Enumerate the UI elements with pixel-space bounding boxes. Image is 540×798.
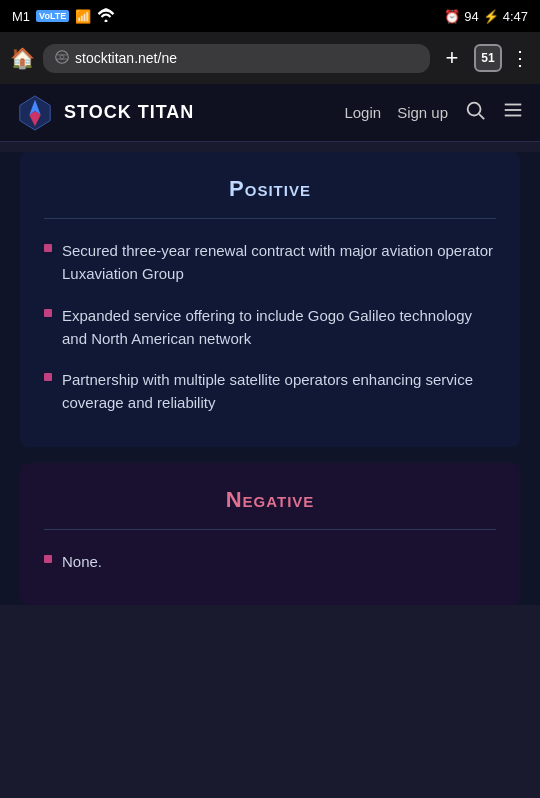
status-bar: M1 VoLTE 📶 ⏰ 94 ⚡ 4:47 xyxy=(0,0,540,32)
battery-icon: ⚡ xyxy=(483,9,499,24)
main-content: Positive Secured three-year renewal cont… xyxy=(0,152,540,605)
positive-item-3: Partnership with multiple satellite oper… xyxy=(62,368,496,415)
browser-bar: 🏠 stocktitan.net/ne + 51 ⋮ xyxy=(0,32,540,84)
logo-icon xyxy=(16,94,54,132)
negative-section-title: Negative xyxy=(44,487,496,513)
positive-section: Positive Secured three-year renewal cont… xyxy=(20,152,520,447)
battery-level: 94 xyxy=(464,9,478,24)
search-icon[interactable] xyxy=(464,99,486,126)
volte-badge: VoLTE xyxy=(36,10,69,22)
status-left: M1 VoLTE 📶 xyxy=(12,8,115,25)
logo-text: STOCK TITAN xyxy=(64,102,194,123)
tab-count-button[interactable]: 51 xyxy=(474,44,502,72)
logo-container: STOCK TITAN xyxy=(16,94,344,132)
negative-bullet-list: None. xyxy=(44,550,496,573)
site-header: STOCK TITAN Login Sign up xyxy=(0,84,540,142)
bullet-icon xyxy=(44,373,52,381)
svg-point-4 xyxy=(468,103,481,116)
negative-divider xyxy=(44,529,496,530)
list-item: Expanded service offering to include Gog… xyxy=(44,304,496,351)
site-info-icon xyxy=(55,50,69,67)
bullet-icon xyxy=(44,555,52,563)
carrier-label: M1 xyxy=(12,9,30,24)
new-tab-button[interactable]: + xyxy=(438,45,466,71)
wifi-icon xyxy=(97,8,115,25)
signal-icon: 📶 xyxy=(75,9,91,24)
home-icon[interactable]: 🏠 xyxy=(10,46,35,70)
svg-point-1 xyxy=(56,50,69,63)
url-text: stocktitan.net/ne xyxy=(75,50,177,66)
bullet-icon xyxy=(44,309,52,317)
list-item: None. xyxy=(44,550,496,573)
positive-section-title: Positive xyxy=(44,176,496,202)
login-button[interactable]: Login xyxy=(344,104,381,121)
svg-point-0 xyxy=(105,19,108,22)
list-item: Secured three-year renewal contract with… xyxy=(44,239,496,286)
header-nav: Login Sign up xyxy=(344,99,524,126)
alarm-icon: ⏰ xyxy=(444,9,460,24)
positive-divider xyxy=(44,218,496,219)
status-right: ⏰ 94 ⚡ 4:47 xyxy=(444,9,528,24)
positive-bullet-list: Secured three-year renewal contract with… xyxy=(44,239,496,415)
svg-line-5 xyxy=(479,114,484,119)
url-bar[interactable]: stocktitan.net/ne xyxy=(43,44,430,73)
positive-item-1: Secured three-year renewal contract with… xyxy=(62,239,496,286)
browser-more-button[interactable]: ⋮ xyxy=(510,46,530,70)
signup-button[interactable]: Sign up xyxy=(397,104,448,121)
bullet-icon xyxy=(44,244,52,252)
menu-icon[interactable] xyxy=(502,99,524,126)
time-display: 4:47 xyxy=(503,9,528,24)
negative-section: Negative None. xyxy=(20,463,520,605)
list-item: Partnership with multiple satellite oper… xyxy=(44,368,496,415)
negative-item-1: None. xyxy=(62,550,102,573)
positive-item-2: Expanded service offering to include Gog… xyxy=(62,304,496,351)
